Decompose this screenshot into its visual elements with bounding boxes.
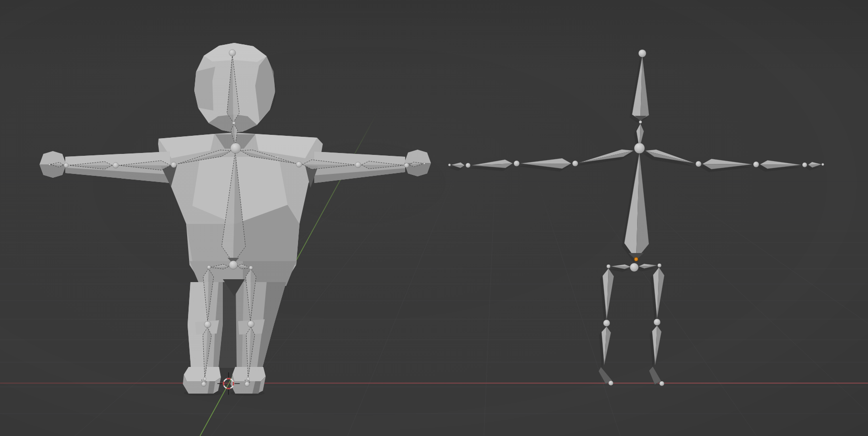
joint-hand-tip-r[interactable] xyxy=(822,163,824,166)
joint-ankle-l[interactable] xyxy=(203,377,206,380)
joint-hand-tip-r[interactable] xyxy=(423,162,425,164)
joint-hand-tip-l[interactable] xyxy=(49,163,50,165)
joint-shoulder-r[interactable] xyxy=(696,161,701,167)
blender-3d-viewport[interactable] xyxy=(0,0,868,436)
joint-knee-r[interactable] xyxy=(654,319,660,325)
joint-toe-r[interactable] xyxy=(659,381,664,386)
shoe-left-top[interactable] xyxy=(184,367,221,381)
joint-hip-l[interactable] xyxy=(607,264,610,268)
joint-shoulder-r[interactable] xyxy=(296,162,302,167)
joint-neck-base[interactable] xyxy=(232,122,235,124)
joint-chest[interactable] xyxy=(634,143,645,153)
joint-hip-l[interactable] xyxy=(207,265,211,269)
joint-hip-r[interactable] xyxy=(249,266,253,270)
joint-elbow-l[interactable] xyxy=(113,162,119,168)
joint-wrist-l[interactable] xyxy=(64,163,69,168)
joint-toe-r[interactable] xyxy=(245,382,249,386)
joint-wrist-l[interactable] xyxy=(466,163,470,168)
joint-head-top[interactable] xyxy=(639,50,646,57)
object-origin-dot[interactable] xyxy=(634,257,638,261)
joint-ankle-r[interactable] xyxy=(247,377,249,380)
joint-head-top[interactable] xyxy=(229,50,236,56)
joint-wrist-r[interactable] xyxy=(404,163,409,168)
joint-elbow-l[interactable] xyxy=(514,161,519,166)
joint-knee-r[interactable] xyxy=(248,321,254,327)
joint-toe-l[interactable] xyxy=(609,381,613,385)
joint-chest[interactable] xyxy=(230,143,241,153)
joint-hand-tip-l[interactable] xyxy=(449,164,451,166)
joint-elbow-r[interactable] xyxy=(355,162,361,168)
head-left-band-facet[interactable] xyxy=(194,67,215,111)
background-top-shade xyxy=(0,0,868,76)
joint-shoulder-l[interactable] xyxy=(171,162,177,168)
joint-neck-base[interactable] xyxy=(639,121,642,123)
joint-toe-l[interactable] xyxy=(201,382,206,386)
joint-knee-l[interactable] xyxy=(204,321,211,328)
joint-shoulder-l[interactable] xyxy=(572,161,578,166)
joint-pelvis[interactable] xyxy=(229,261,238,269)
joint-elbow-r[interactable] xyxy=(753,162,759,167)
viewport-canvas[interactable] xyxy=(0,0,868,436)
joint-knee-l[interactable] xyxy=(603,320,610,326)
joint-hip-r[interactable] xyxy=(658,264,661,267)
joint-pelvis[interactable] xyxy=(630,263,639,272)
joint-wrist-r[interactable] xyxy=(802,162,807,167)
